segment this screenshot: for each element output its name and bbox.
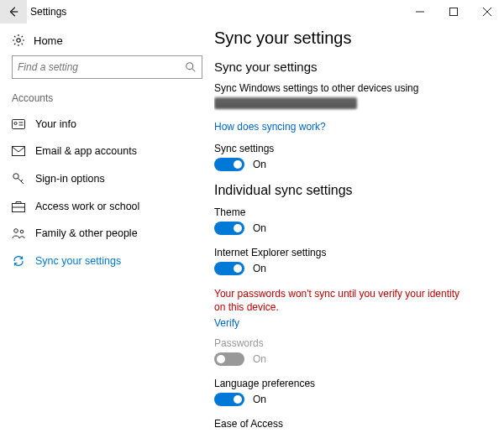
setting-ease: Ease of Access On bbox=[214, 418, 492, 433]
gear-icon bbox=[12, 34, 25, 47]
main-panel: Sync your settings Sync your settings Sy… bbox=[214, 23, 504, 433]
id-card-icon bbox=[12, 119, 25, 129]
toggle-sync[interactable] bbox=[214, 158, 244, 171]
nav-sync-settings[interactable]: Sync your settings bbox=[0, 247, 214, 275]
nav-label: Your info bbox=[35, 118, 76, 130]
window-title: Settings bbox=[30, 6, 403, 18]
nav-label: Email & app accounts bbox=[35, 145, 137, 157]
minimize-icon bbox=[416, 8, 424, 16]
home-label: Home bbox=[34, 34, 63, 47]
svg-rect-1 bbox=[450, 8, 458, 16]
svg-point-4 bbox=[17, 39, 20, 42]
key-icon bbox=[12, 172, 25, 185]
toggle-passwords bbox=[214, 352, 244, 366]
search-input[interactable] bbox=[12, 55, 202, 79]
toggle-state: On bbox=[253, 353, 266, 365]
search-icon bbox=[185, 61, 197, 73]
setting-sync: Sync settings On bbox=[214, 143, 492, 171]
nav-email-accounts[interactable]: Email & app accounts bbox=[0, 138, 214, 164]
nav-family[interactable]: Family & other people bbox=[0, 220, 214, 247]
svg-line-14 bbox=[21, 180, 23, 181]
nav-signin-options[interactable]: Sign-in options bbox=[0, 164, 214, 193]
toggle-ie[interactable] bbox=[214, 262, 244, 275]
close-icon bbox=[483, 8, 491, 16]
setting-ie: Internet Explorer settings On bbox=[214, 247, 492, 275]
window-controls bbox=[403, 0, 504, 23]
setting-label: Theme bbox=[214, 206, 492, 218]
svg-point-12 bbox=[13, 174, 18, 179]
svg-line-6 bbox=[192, 69, 196, 72]
setting-label: Language preferences bbox=[214, 378, 492, 389]
nav-your-info[interactable]: Your info bbox=[0, 111, 214, 138]
titlebar: Settings bbox=[0, 0, 504, 23]
warning-text: Your passwords won't sync until you veri… bbox=[214, 287, 466, 314]
section-subhead: Sync your settings bbox=[214, 60, 492, 74]
toggle-state: On bbox=[253, 263, 266, 274]
toggle-state: On bbox=[253, 159, 266, 170]
toggle-state: On bbox=[253, 222, 266, 234]
setting-label: Ease of Access bbox=[214, 418, 492, 430]
search-field[interactable] bbox=[18, 61, 185, 73]
mail-icon bbox=[12, 146, 25, 156]
svg-point-17 bbox=[14, 229, 18, 233]
setting-theme: Theme On bbox=[214, 206, 492, 235]
svg-point-18 bbox=[20, 230, 24, 233]
setting-label: Passwords bbox=[214, 337, 492, 349]
setting-label: Internet Explorer settings bbox=[214, 247, 492, 258]
description: Sync Windows settings to other devices u… bbox=[214, 82, 492, 94]
toggle-language[interactable] bbox=[214, 393, 244, 406]
close-button[interactable] bbox=[470, 0, 504, 23]
sidebar: Home Accounts Your info Email & app acco… bbox=[0, 23, 214, 433]
svg-rect-11 bbox=[13, 147, 25, 156]
sync-icon bbox=[12, 254, 25, 268]
minimize-button[interactable] bbox=[403, 0, 437, 23]
maximize-button[interactable] bbox=[437, 0, 470, 23]
briefcase-icon bbox=[12, 201, 25, 212]
page-title: Sync your settings bbox=[214, 29, 492, 48]
nav-label: Sync your settings bbox=[35, 255, 121, 267]
individual-heading: Individual sync settings bbox=[214, 183, 492, 198]
setting-passwords: Passwords On bbox=[214, 337, 492, 366]
toggle-state: On bbox=[253, 394, 266, 405]
nav-label: Sign-in options bbox=[35, 173, 105, 185]
nav-label: Family & other people bbox=[35, 227, 138, 239]
people-icon bbox=[12, 227, 25, 239]
home-button[interactable]: Home bbox=[0, 29, 214, 55]
nav-work-school[interactable]: Access work or school bbox=[0, 193, 214, 220]
maximize-icon bbox=[449, 8, 458, 16]
section-heading: Accounts bbox=[0, 92, 214, 111]
how-syncing-link[interactable]: How does syncing work? bbox=[214, 121, 326, 133]
redacted-account bbox=[214, 97, 357, 109]
svg-point-8 bbox=[14, 122, 17, 124]
back-button[interactable] bbox=[0, 0, 27, 23]
setting-language: Language preferences On bbox=[214, 378, 492, 406]
svg-point-5 bbox=[186, 63, 193, 70]
toggle-theme[interactable] bbox=[214, 222, 244, 235]
nav-label: Access work or school bbox=[35, 201, 139, 212]
setting-label: Sync settings bbox=[214, 143, 492, 154]
verify-link[interactable]: Verify bbox=[214, 317, 239, 329]
arrow-left-icon bbox=[8, 6, 19, 18]
